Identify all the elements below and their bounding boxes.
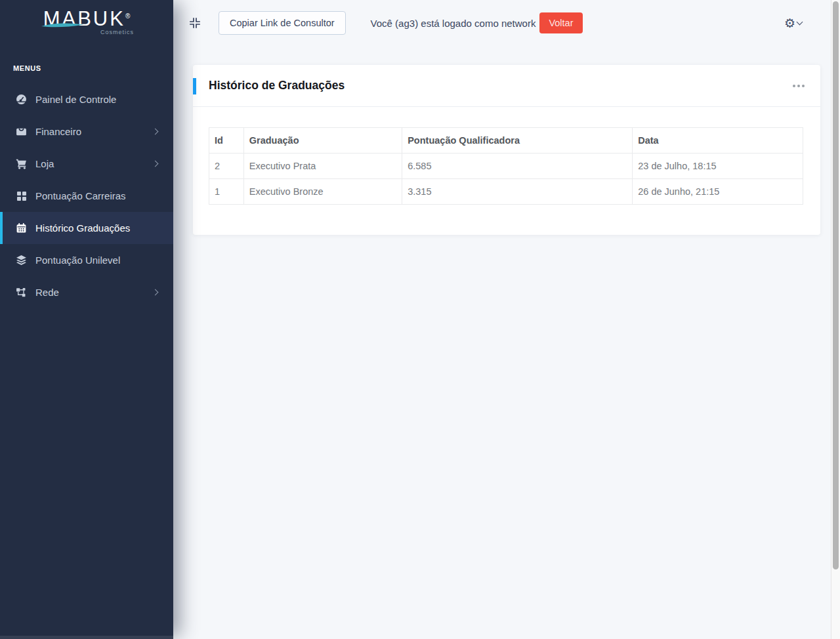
chevron-down-icon [797,19,803,26]
cell-graduacao: Executivo Bronze [243,179,402,205]
sidebar-item-historico-graduacoes[interactable]: Histórico Graduações [0,212,173,244]
sidebar-item-label: Pontuação Unilevel [35,255,120,266]
cell-pontuacao: 6.585 [402,154,633,179]
graduations-table: Id Graduação Pontuação Qualificadora Dat… [209,127,803,205]
card-header: Histórico de Graduações [193,65,820,107]
sidebar-menu: Painel de Controle Financeiro Loja [0,83,173,308]
inbox-icon [16,126,27,137]
brand-tagline: Cosmetics [100,29,134,35]
sidebar-item-painel-de-controle[interactable]: Painel de Controle [0,83,173,115]
dot-icon [802,85,805,87]
sidebar-item-pontuacao-carreiras[interactable]: Pontuação Carreiras [0,180,173,212]
impersonation-status-text: Você (ag3) está logado como network [371,18,536,29]
sidebar-item-label: Painel de Controle [35,94,116,105]
column-header-data: Data [633,128,803,154]
chevron-right-icon [152,129,159,135]
sidebar-item-label: Loja [35,158,54,169]
sidebar-item-loja[interactable]: Loja [0,148,173,180]
sidebar-item-rede[interactable]: Rede [0,276,173,308]
table-row: 1 Executivo Bronze 3.315 26 de Junho, 21… [209,179,803,205]
compress-icon [189,17,201,29]
page-title: Histórico de Graduações [209,79,345,93]
sidebar-item-label: Financeiro [35,126,81,137]
sidebar: MABUK® Cosmetics MENUS Painel de Control… [0,0,173,639]
cart-icon [16,158,27,169]
impersonation-banner: Você (ag3) está logado como network Volt… [371,12,583,33]
grid-icon [16,190,27,201]
table-row: 2 Executivo Prata 6.585 23 de Julho, 18:… [209,154,803,179]
registered-mark: ® [125,12,130,20]
sidebar-item-pontuacao-unilevel[interactable]: Pontuação Unilevel [0,244,173,276]
sidebar-item-financeiro[interactable]: Financeiro [0,115,173,148]
card-body: Id Graduação Pontuação Qualificadora Dat… [193,107,820,235]
column-header-pontuacao: Pontuação Qualificadora [402,128,633,154]
table-header-row: Id Graduação Pontuação Qualificadora Dat… [209,128,803,154]
cell-data: 23 de Julho, 18:15 [633,154,803,179]
sidebar-item-label: Pontuação Carreiras [35,190,126,201]
cell-id: 2 [209,154,244,179]
layers-icon [16,255,27,266]
column-header-id: Id [209,128,244,154]
sidebar-section-label: MENUS [0,64,173,72]
cell-data: 26 de Junho, 21:15 [633,179,803,205]
sidebar-item-label: Histórico Graduações [35,222,130,234]
sidebar-scroll-strip [0,636,173,639]
dot-icon [797,85,800,87]
topbar: Copiar Link de Consultor Você (ag3) está… [173,0,840,46]
cell-graduacao: Executivo Prata [243,154,402,179]
brand-logo: MABUK® Cosmetics [0,0,173,49]
cell-id: 1 [209,179,244,205]
dot-icon [793,85,795,87]
chevron-right-icon [152,161,159,167]
chevron-right-icon [152,289,159,296]
settings-menu[interactable]: ⚙ [784,17,802,30]
voltar-button[interactable]: Voltar [539,12,582,33]
calendar-icon [16,222,27,234]
network-icon [16,287,27,298]
copy-consultant-link-button[interactable]: Copiar Link de Consultor [219,11,346,35]
app-window: MABUK® Cosmetics MENUS Painel de Control… [0,0,840,639]
page-scrollbar-thumb[interactable] [833,1,839,569]
graduations-card: Histórico de Graduações Id Graduação Pon… [193,65,820,235]
gear-icon: ⚙ [784,17,795,30]
page-scrollbar-track[interactable] [831,0,840,639]
sidebar-collapse-button[interactable] [189,17,201,29]
sidebar-item-label: Rede [35,287,59,298]
logo-swoosh-icon [41,22,84,28]
column-header-graduacao: Graduação [243,128,402,154]
main-area: Copiar Link de Consultor Você (ag3) está… [173,0,840,639]
cell-pontuacao: 3.315 [402,179,633,205]
card-options-button[interactable] [793,81,805,91]
card-accent-bar [193,78,196,94]
speedometer-icon [16,94,27,105]
